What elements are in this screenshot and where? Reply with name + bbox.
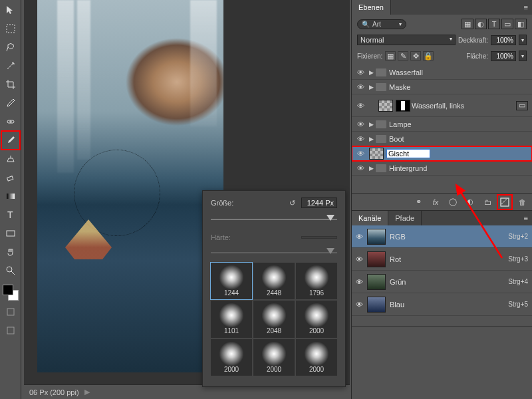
lock-label: Fixieren: xyxy=(357,53,382,60)
panel-menu-icon[interactable]: ≡ xyxy=(520,3,532,11)
visibility-toggle-icon[interactable]: 👁 xyxy=(356,278,363,286)
expand-icon[interactable]: ▶ xyxy=(369,69,376,76)
zoom-tool[interactable] xyxy=(3,263,18,278)
link-icon[interactable]: ▭ xyxy=(516,101,528,110)
brush-preset[interactable]: 2000 xyxy=(253,339,295,376)
visibility-toggle-icon[interactable]: 👁 xyxy=(356,301,363,309)
lasso-tool[interactable] xyxy=(3,40,18,55)
layer-name-input[interactable] xyxy=(386,149,430,158)
tab-channels[interactable]: Kanäle xyxy=(352,211,388,225)
move-tool[interactable] xyxy=(3,3,18,17)
fill-input[interactable]: 100% xyxy=(491,51,516,61)
expand-icon[interactable]: ▶ xyxy=(369,121,376,128)
opacity-label: Deckkraft: xyxy=(458,37,488,44)
visibility-toggle-icon[interactable]: 👁 xyxy=(354,164,366,172)
crop-tool[interactable] xyxy=(3,77,18,92)
layer-row[interactable]: 👁▶Hintergrund xyxy=(352,161,532,176)
adjustment-layer-icon[interactable]: ◐ xyxy=(464,196,476,208)
layer-row[interactable]: 👁▶Lampe xyxy=(352,117,532,132)
visibility-toggle-icon[interactable]: 👁 xyxy=(354,120,366,128)
brush-preset[interactable]: 1101 xyxy=(211,301,252,337)
layer-mask-icon[interactable]: ◯ xyxy=(447,196,459,208)
clone-stamp-tool[interactable] xyxy=(3,152,18,166)
brush-preset[interactable]: 1796 xyxy=(296,263,337,299)
expand-icon[interactable]: ▶ xyxy=(369,136,376,142)
brush-hardness-slider[interactable] xyxy=(211,248,337,257)
filter-shape-icon[interactable]: ▭ xyxy=(501,19,513,29)
filter-adjustment-icon[interactable]: ◐ xyxy=(475,19,487,29)
visibility-toggle-icon[interactable]: 👁 xyxy=(354,83,366,91)
eyedropper-tool[interactable] xyxy=(3,96,18,110)
tab-layers[interactable]: Ebenen xyxy=(352,0,391,15)
layer-effects-icon[interactable]: fx xyxy=(430,196,442,208)
layer-filter-input[interactable] xyxy=(372,21,396,28)
type-tool[interactable]: T xyxy=(3,207,18,222)
brush-preset[interactable]: 2000 xyxy=(211,339,252,376)
expand-icon[interactable]: ▶ xyxy=(369,84,376,90)
opacity-caret-icon[interactable]: ▾ xyxy=(519,35,527,45)
folder-icon xyxy=(376,120,386,128)
opacity-input[interactable]: 100% xyxy=(491,35,516,45)
gradient-tool[interactable] xyxy=(3,189,18,203)
link-layers-icon[interactable]: ⚭ xyxy=(412,196,424,208)
brush-size-input[interactable]: 1244 Px xyxy=(301,198,337,208)
expand-icon[interactable]: ▶ xyxy=(369,165,376,172)
channel-row[interactable]: 👁RotStrg+3 xyxy=(352,248,532,271)
channel-row[interactable]: 👁BlauStrg+5 xyxy=(352,293,532,316)
layer-thumbnail[interactable] xyxy=(378,100,393,112)
brush-hardness-input[interactable] xyxy=(301,236,337,239)
brush-preset[interactable]: 2000 xyxy=(296,301,337,337)
lock-position-icon[interactable]: ✥ xyxy=(410,51,421,61)
reset-size-icon[interactable]: ↺ xyxy=(287,198,297,208)
layer-list[interactable]: 👁▶Wasserfall👁▶Maske👁Wasserfall, links▭👁▶… xyxy=(352,65,532,193)
layer-row[interactable]: 👁 xyxy=(352,146,532,161)
brush-tool[interactable] xyxy=(3,133,18,148)
filter-smart-icon[interactable]: ◧ xyxy=(515,19,527,29)
lock-transparent-icon[interactable]: ▦ xyxy=(385,51,396,61)
tab-paths[interactable]: Pfade xyxy=(388,211,422,225)
layer-row[interactable]: 👁▶Wasserfall xyxy=(352,65,532,80)
channel-row[interactable]: 👁GrünStrg+4 xyxy=(352,271,532,293)
fill-caret-icon[interactable]: ▾ xyxy=(519,51,527,61)
channel-row[interactable]: 👁RGBStrg+2 xyxy=(352,225,532,248)
screen-mode-icon[interactable] xyxy=(3,323,18,338)
brush-preset[interactable]: 2448 xyxy=(253,263,295,299)
visibility-toggle-icon[interactable]: 👁 xyxy=(356,233,363,241)
rectangle-tool[interactable] xyxy=(3,226,18,241)
layer-name: Boot xyxy=(389,135,404,143)
visibility-toggle-icon[interactable]: 👁 xyxy=(354,150,366,158)
brush-preset[interactable]: 1244 xyxy=(211,263,252,299)
lock-all-icon[interactable]: 🔒 xyxy=(423,51,434,61)
marquee-tool[interactable] xyxy=(3,21,18,36)
visibility-toggle-icon[interactable]: 👁 xyxy=(356,255,363,263)
brush-preset[interactable]: 2048 xyxy=(253,301,295,337)
filter-pixel-icon[interactable]: ▦ xyxy=(462,19,473,29)
magic-wand-tool[interactable] xyxy=(3,59,18,73)
visibility-toggle-icon[interactable]: 👁 xyxy=(354,135,366,143)
edit-toolbar-icon[interactable] xyxy=(3,305,18,319)
brush-preset[interactable]: 2000 xyxy=(296,339,337,376)
layer-row[interactable]: 👁▶Boot xyxy=(352,132,532,146)
delete-layer-icon[interactable]: 🗑 xyxy=(516,196,528,208)
document-canvas[interactable] xyxy=(37,0,223,372)
layer-filter-type[interactable]: 🔍 ▾ xyxy=(357,19,406,29)
layer-thumbnail[interactable] xyxy=(369,148,384,160)
channel-list[interactable]: 👁RGBStrg+2👁RotStrg+3👁GrünStrg+4👁BlauStrg… xyxy=(352,225,532,327)
layer-row[interactable]: 👁▶Maske xyxy=(352,80,532,94)
visibility-toggle-icon[interactable]: 👁 xyxy=(354,68,366,76)
eraser-tool[interactable] xyxy=(3,170,18,185)
blend-mode-dropdown[interactable]: Normal ▾ xyxy=(357,35,456,45)
layer-row[interactable]: 👁Wasserfall, links▭ xyxy=(352,94,532,117)
svg-rect-10 xyxy=(501,198,509,206)
lock-pixels-icon[interactable]: ✎ xyxy=(398,51,408,61)
panel-menu-icon[interactable]: ≡ xyxy=(520,214,532,222)
mask-thumbnail[interactable] xyxy=(396,100,410,112)
color-swatches[interactable] xyxy=(3,285,19,301)
new-group-icon[interactable]: 🗀 xyxy=(481,196,493,208)
brush-size-slider[interactable] xyxy=(211,215,337,224)
new-layer-icon[interactable] xyxy=(499,196,511,208)
filter-type-icon[interactable]: T xyxy=(488,19,500,29)
hand-tool[interactable] xyxy=(3,245,18,259)
healing-brush-tool[interactable] xyxy=(3,114,18,129)
visibility-toggle-icon[interactable]: 👁 xyxy=(354,102,366,110)
